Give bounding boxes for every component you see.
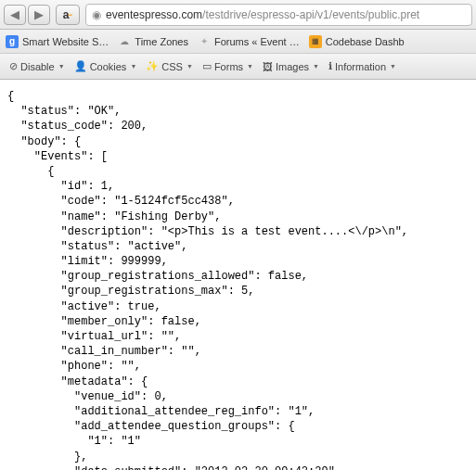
disable-icon: ⊘ [9,60,18,72]
css-icon: ✨ [146,60,159,72]
bookmark-forums[interactable]: ✦Forums « Event … [198,35,300,48]
back-button[interactable]: ◀ [4,5,26,25]
cookies-icon: 👤 [74,60,87,72]
google-favicon-icon: g [6,35,19,48]
codebase-favicon-icon: ▦ [309,35,322,48]
chevron-down-icon: ▼ [130,63,136,70]
css-menu[interactable]: ✨CSS▼ [142,60,197,72]
chevron-down-icon: ▼ [247,63,253,70]
bookmark-codebase[interactable]: ▦Codebase Dashb [309,35,405,48]
information-menu[interactable]: ℹInformation▼ [325,60,400,72]
disable-menu[interactable]: ⊘Disable▼ [6,60,69,72]
json-response-body: { "status": "OK", "status_code": 200, "b… [0,80,476,470]
amazon-button[interactable]: a⌣ [56,5,80,25]
cloud-favicon-icon: ☁ [118,35,131,48]
chevron-down-icon: ▼ [390,63,396,70]
globe-icon: ◉ [92,8,101,21]
forms-icon: ▭ [202,60,212,72]
bookmark-smart-website[interactable]: gSmart Website S… [6,35,109,48]
forward-button[interactable]: ▶ [28,5,50,25]
images-menu[interactable]: 🖼Images▼ [259,61,323,72]
info-icon: ℹ [328,60,332,72]
bookmark-time-zones[interactable]: ☁Time Zones [118,35,188,48]
ee-favicon-icon: ✦ [198,35,211,48]
cookies-menu[interactable]: 👤Cookies▼ [71,60,141,72]
amazon-swoosh-icon: ⌣ [68,10,72,19]
address-bar[interactable]: ◉ eventespresso.com/testdrive/espresso-a… [85,4,472,26]
chevron-down-icon: ▼ [313,63,319,70]
chevron-down-icon: ▼ [58,63,65,70]
browser-toolbar: ◀ ▶ a⌣ ◉ eventespresso.com/testdrive/esp… [0,0,476,30]
chevron-down-icon: ▼ [187,63,193,70]
forms-menu[interactable]: ▭Forms▼ [199,60,257,72]
bookmarks-bar: gSmart Website S… ☁Time Zones ✦Forums « … [0,30,476,54]
images-icon: 🖼 [263,61,273,72]
developer-toolbar: ⊘Disable▼ 👤Cookies▼ ✨CSS▼ ▭Forms▼ 🖼Image… [0,54,476,80]
